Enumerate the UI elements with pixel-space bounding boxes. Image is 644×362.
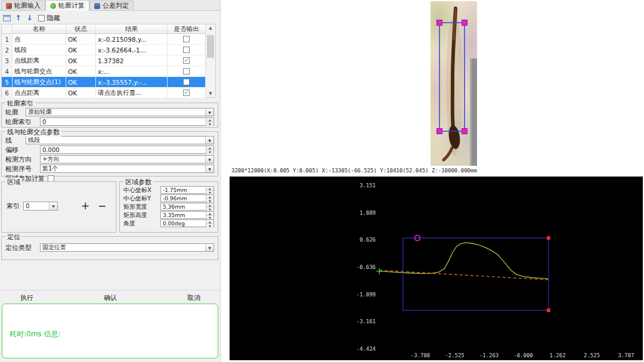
- group-title: 轮廓索引: [5, 99, 35, 108]
- execute-button[interactable]: 执行: [16, 292, 38, 304]
- x-tick-label: 3.787: [618, 352, 634, 358]
- chevron-down-icon[interactable]: ▼: [205, 109, 213, 116]
- line-select[interactable]: 线段 ▼: [26, 136, 214, 144]
- move-down-button[interactable]: ↓: [27, 14, 33, 21]
- scroll-up-icon[interactable]: ▲: [209, 26, 212, 30]
- output-checkbox[interactable]: [183, 47, 190, 53]
- table-row[interactable]: 6 点点距离 OK 请点击执行显... ✓: [2, 88, 205, 98]
- table-header-row: 名称 状态 结果 是否输出: [2, 24, 205, 34]
- rect-width-input[interactable]: 5.36mm ▲▼: [160, 203, 214, 211]
- view-options-button[interactable]: ▾: [3, 15, 10, 21]
- region-corner-handle[interactable]: [547, 308, 550, 312]
- tab-label: 公差判定: [103, 1, 129, 10]
- region-params-group: 区域参数 中心坐标X -1.75mm ▲▼ 中心坐标Y -0.96mm ▲▼ 矩…: [119, 181, 218, 233]
- tab-bar: 轮廓输入 轮廓计算 公差判定: [0, 0, 220, 11]
- spin-down-icon[interactable]: ▼: [206, 150, 213, 154]
- move-up-button[interactable]: ↑: [16, 14, 21, 21]
- tab-tolerance[interactable]: 公差判定: [89, 1, 134, 10]
- param-label: 中心坐标Y: [123, 194, 160, 203]
- param-value: 5.36mm: [161, 203, 206, 210]
- scan-image-overlay: [431, 1, 477, 166]
- param-label: 矩形宽度: [123, 203, 160, 211]
- order-select-value: 第1个: [41, 165, 205, 172]
- output-checkbox[interactable]: [183, 68, 190, 75]
- positioning-type-select[interactable]: 固定位置 ▼: [40, 243, 214, 252]
- region-corner-handle[interactable]: [547, 236, 550, 240]
- item-status: OK: [66, 66, 96, 76]
- direction-select[interactable]: +方向 ▼: [40, 155, 214, 163]
- row-number: 1: [2, 34, 13, 44]
- table-row[interactable]: 2 线段 OK x:-3.62664,-1...: [2, 45, 205, 55]
- add-region-button[interactable]: +: [79, 201, 92, 211]
- output-checkbox[interactable]: [183, 79, 190, 85]
- selection-handle-top-left[interactable]: [437, 20, 442, 26]
- rect-height-input[interactable]: 3.35mm ▲▼: [160, 211, 214, 219]
- profile-chart-canvas[interactable]: 3.1511.8890.626-0.636-1.899-3.161-4.424-…: [230, 177, 643, 360]
- output-checkbox[interactable]: ✓: [183, 57, 190, 64]
- down-arrow-icon: ↓: [27, 14, 33, 22]
- remove-region-button[interactable]: −: [95, 201, 109, 211]
- spin-up-icon[interactable]: ▲: [206, 212, 213, 216]
- table-row[interactable]: 5 线与轮廓交点(1) OK x:-3.35557,y:-...: [2, 77, 205, 88]
- center-x-input[interactable]: -1.75mm ▲▼: [160, 186, 214, 194]
- table-row[interactable]: 4 线与轮廓交点 OK x:...: [2, 66, 205, 77]
- table-row[interactable]: 1 点 OK x:-0.215098,y...: [2, 34, 205, 45]
- scroll-down-icon[interactable]: ▼: [209, 91, 212, 96]
- chevron-down-icon[interactable]: ▼: [49, 202, 57, 210]
- output-checkbox[interactable]: ✓: [183, 89, 190, 96]
- item-status: OK: [66, 88, 96, 98]
- chevron-down-icon[interactable]: ▼: [205, 137, 213, 144]
- spin-down-icon[interactable]: ▼: [206, 122, 213, 126]
- line-select-value: 线段: [26, 137, 205, 144]
- selection-handle-top-right[interactable]: [462, 20, 467, 26]
- spin-down-icon[interactable]: ▼: [206, 224, 213, 228]
- item-status: OK: [66, 55, 96, 66]
- direction-select-value: +方向: [41, 156, 205, 163]
- spin-up-icon[interactable]: ▲: [206, 195, 213, 199]
- angle-input[interactable]: 0.00deg ▲▼: [160, 219, 214, 227]
- spin-up-icon[interactable]: ▲: [206, 118, 213, 122]
- contour-select[interactable]: 原始轮廓 ▼: [26, 108, 214, 116]
- chevron-down-icon[interactable]: ▼: [205, 156, 213, 163]
- parameter-panel: 轮廓输入 轮廓计算 公差判定 ▾ ↑ ↓ 隐藏: [0, 0, 221, 362]
- spin-up-icon[interactable]: ▲: [206, 220, 213, 224]
- contour-select-value: 原始轮廓: [26, 109, 205, 116]
- spin-up-icon[interactable]: ▲: [206, 146, 213, 150]
- profile-chart: 3.1511.8890.626-0.636-1.899-3.161-4.424-…: [230, 177, 643, 360]
- result-header: 结果: [96, 24, 168, 33]
- y-tick-label: -1.899: [356, 292, 376, 298]
- offset-label: 偏移: [5, 146, 40, 154]
- selection-handle-bottom-left[interactable]: [437, 129, 442, 134]
- cancel-button[interactable]: 取消: [182, 292, 205, 304]
- region-index-select[interactable]: 0 ▼: [23, 202, 58, 211]
- y-tick-label: -3.161: [356, 318, 376, 324]
- selection-handle-bottom-right[interactable]: [462, 129, 467, 134]
- hide-checkbox[interactable]: [38, 15, 45, 21]
- table-row[interactable]: 3 点线距离 OK 1.37382 ✓: [2, 55, 205, 66]
- spin-up-icon[interactable]: ▲: [206, 203, 213, 208]
- tab-contour-calc[interactable]: 轮廓计算: [45, 0, 89, 11]
- x-tick-label: 2.525: [584, 352, 600, 358]
- offset-input[interactable]: 0.000 ▲▼: [40, 146, 214, 154]
- measure-region-box[interactable]: [403, 238, 549, 310]
- spin-up-icon[interactable]: ▲: [206, 187, 213, 191]
- region-index-value: 0: [24, 202, 49, 210]
- center-y-input[interactable]: -0.96mm ▲▼: [160, 194, 214, 202]
- item-result: x:-3.35557,y:-...: [96, 77, 168, 87]
- table-scrollbar[interactable]: ▲ ▼: [205, 24, 215, 97]
- tab-contour-input[interactable]: 轮廓输入: [1, 1, 45, 10]
- y-tick-label: 3.151: [360, 182, 376, 188]
- confirm-button[interactable]: 确认: [99, 292, 122, 304]
- positioning-type-value: 固定位置: [41, 244, 205, 251]
- chevron-down-icon[interactable]: ▼: [205, 244, 213, 251]
- item-result: 请点击执行显...: [96, 88, 168, 98]
- contour-index-input[interactable]: 0 ▲▼: [40, 117, 214, 126]
- contour-calc-icon: [50, 3, 56, 9]
- profile-curve: [379, 243, 548, 279]
- scan-image[interactable]: [431, 1, 477, 166]
- output-checkbox[interactable]: [183, 36, 190, 42]
- order-select[interactable]: 第1个 ▼: [40, 165, 214, 173]
- scrollbar-thumb[interactable]: [207, 35, 214, 58]
- chevron-down-icon[interactable]: ▼: [205, 165, 213, 172]
- x-tick-label: 1.262: [549, 352, 565, 358]
